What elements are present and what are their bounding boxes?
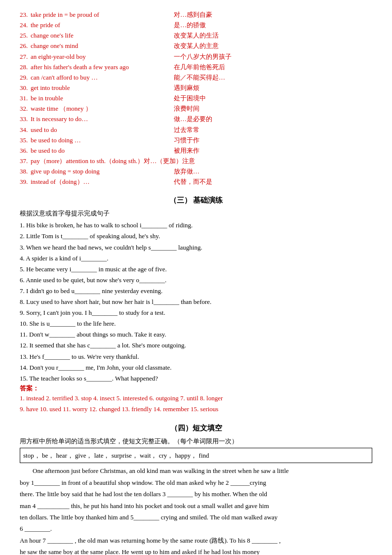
fill-text-line: man 4 __________ this, he put his hand i…: [20, 500, 372, 512]
answer-line: 9. have 10. used 11. worry 12. changed 1…: [20, 404, 372, 415]
phrase-en: an eight-year-old boy: [31, 52, 174, 62]
fill-text: One afternoon just before Christmas, an …: [20, 465, 372, 555]
phrase-en: be in trouble: [31, 93, 174, 103]
phrase-en: take pride in = be proud of: [31, 10, 174, 20]
phrase-cn: 改变某人的生活: [174, 31, 372, 41]
phrase-num: 32.: [20, 104, 31, 114]
exercise-section: 根据汉意或首字母提示完成句子 1. His bike is broken, he…: [20, 209, 372, 415]
phrase-num: 31.: [20, 93, 31, 103]
phrase-en: can /can't afford to buy …: [31, 73, 174, 83]
exercise-items: 1. His bike is broken, he has to walk to…: [20, 220, 372, 384]
phrase-en: the pride of: [31, 20, 174, 30]
phrase-item: 39.instead of（doing）…代替，而不是: [20, 177, 372, 187]
phrase-num: 28.: [20, 62, 31, 72]
phrase-en: give up doing = stop doing: [31, 167, 174, 176]
phrase-cn: 是…的骄傲: [174, 20, 372, 30]
phrase-cn: 习惯于作: [174, 135, 372, 145]
exercise-item: 8. Lucy used to have short hair, but now…: [20, 297, 372, 307]
phrase-item: 27.an eight-year-old boy一个八岁大的男孩子: [20, 52, 372, 62]
phrase-num: 30.: [20, 83, 31, 93]
phrase-item: 38.give up doing = stop doing放弃做…: [20, 167, 372, 176]
phrase-num: 25.: [20, 31, 31, 41]
phrase-cn: 浪费时间: [174, 104, 372, 114]
exercise-item: 6. Annie used to be quiet, but now she's…: [20, 275, 372, 286]
phrase-num: 39.: [20, 177, 31, 187]
exercise-item: 3. When we heard the bad news, we couldn…: [20, 242, 372, 253]
phrase-item: 33.It is necessary to do…做…是必要的: [20, 114, 372, 124]
phrase-item: 29.can /can't afford to buy …能／不能买得起…: [20, 73, 372, 83]
fill-text-line: An hour 7 ________ , the old man was ret…: [20, 535, 372, 546]
phrase-en: be used to do: [31, 146, 174, 156]
phrase-num: 24.: [20, 20, 31, 30]
phrase-item: 24.the pride of是…的骄傲: [20, 20, 372, 30]
phrase-cn: 改变某人的主意: [174, 41, 372, 51]
phrase-item: 23.take pride in = be proud of对…感到自豪: [20, 10, 372, 20]
section3-title: （三） 基础演练: [20, 196, 372, 205]
phrase-num: 23.: [20, 10, 31, 20]
phrase-num: 37.: [20, 156, 31, 166]
phrase-en: get into trouble: [31, 83, 174, 93]
fill-text-line: boy 1________ in front of a beautiful sh…: [20, 477, 372, 488]
answer-line: 1. instead 2. terrified 3. stop 4. insec…: [20, 393, 372, 404]
word-box: stop， be， hear， give， late， surprise， wa…: [20, 448, 372, 463]
phrase-item: 32.waste time （money ）浪费时间: [20, 104, 372, 114]
exercise-item: 5. He became very i________ in music at …: [20, 264, 372, 275]
phrase-en: be used to doing …: [31, 135, 174, 145]
phrase-item: 37.pay（more）attention to sth.（doing sth.…: [20, 156, 372, 166]
phrase-en: pay（more）attention to sth.（doing sth.）对……: [31, 156, 383, 166]
phrase-item: 30.get into trouble遇到麻烦: [20, 83, 372, 93]
exercise-item: 14. Don't you r________ me, I'm John, yo…: [20, 362, 372, 373]
phrase-item: 28.after his father's death a few years …: [20, 62, 372, 72]
exercise-item: 13. He's f________ to us. We're very tha…: [20, 351, 372, 362]
phrase-num: 36.: [20, 146, 31, 156]
fill-section: 用方框中所给单词的适当形式填空，使短文完整正确。（每个单词限用一次） stop，…: [20, 437, 372, 555]
phrase-item: 31.be in trouble处于困境中: [20, 93, 372, 103]
phrase-cn: 处于困境中: [174, 93, 372, 103]
fill-text-line: he saw the same boy at the same place. H…: [20, 546, 372, 555]
exercise-item: 11. Don't w________ about things so much…: [20, 329, 372, 340]
phrase-item: 34.used to do过去常常: [20, 125, 372, 135]
answer-lines: 1. instead 2. terrified 3. stop 4. insec…: [20, 393, 372, 415]
phrase-en: after his father's death a few years ago: [31, 62, 174, 72]
fill-text-line: there. The little boy said that he had l…: [20, 488, 372, 500]
phrase-num: 29.: [20, 73, 31, 83]
phrase-en: instead of（doing）…: [31, 177, 174, 187]
phrase-cn: 一个八岁大的男孩子: [174, 52, 372, 62]
phrase-cn: 对…感到自豪: [174, 10, 372, 20]
phrase-num: 33.: [20, 114, 31, 124]
exercise-item: 7. I didn't go to bed u________ nine yes…: [20, 286, 372, 297]
phrase-cn: 做…是必要的: [174, 114, 372, 124]
exercise-item: 15. The teacher looks so s________. What…: [20, 373, 372, 384]
phrase-num: 27.: [20, 52, 31, 62]
phrase-cn: 能／不能买得起…: [174, 73, 372, 83]
exercise-instruction: 根据汉意或首字母提示完成句子: [20, 209, 372, 218]
fill-instruction: 用方框中所给单词的适当形式填空，使短文完整正确。（每个单词限用一次）: [20, 437, 372, 446]
phrase-en: change one's mind: [31, 41, 174, 51]
phrase-cn: 代替，而不是: [174, 177, 372, 187]
phrase-num: 26.: [20, 41, 31, 51]
phrase-en: change one's life: [31, 31, 174, 41]
phrase-cn: 过去常常: [174, 125, 372, 135]
phrase-en: waste time （money ）: [31, 104, 174, 114]
phrase-cn: 在几年前他爸死后: [174, 62, 372, 72]
phrase-cn: 遇到麻烦: [174, 83, 372, 93]
fill-text-line: 6 ________.: [20, 523, 372, 534]
fill-text-line: ten dollars. The little boy thanked him …: [20, 512, 372, 523]
phrase-num: 35.: [20, 135, 31, 145]
phrase-cn: 被用来作: [174, 146, 372, 156]
phrase-item: 35.be used to doing …习惯于作: [20, 135, 372, 145]
phrase-num: 34.: [20, 125, 31, 135]
phrase-item: 26.change one's mind改变某人的主意: [20, 41, 372, 51]
phrase-cn: 放弃做…: [174, 167, 372, 176]
phrase-list: 23.take pride in = be proud of对…感到自豪24.t…: [20, 10, 372, 187]
exercise-item: 1. His bike is broken, he has to walk to…: [20, 220, 372, 231]
answer-label: 答案：: [20, 384, 372, 393]
section4-title: （四）短文填空: [20, 424, 372, 433]
exercise-item: 9. Sorry, I can't join you. I h________ …: [20, 307, 372, 318]
fill-text-line: One afternoon just before Christmas, an …: [20, 465, 372, 476]
phrase-num: 38.: [20, 167, 31, 176]
phrase-item: 25.change one's life改变某人的生活: [20, 31, 372, 41]
exercise-item: 2. Little Tom is t________ of speaking a…: [20, 231, 372, 242]
phrase-en: used to do: [31, 125, 174, 135]
phrase-item: 36.be used to do被用来作: [20, 146, 372, 156]
